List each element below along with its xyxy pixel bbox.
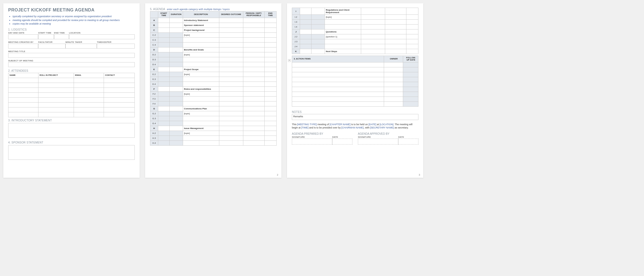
action-row[interactable] — [292, 72, 418, 77]
agenda-row[interactable]: I.4 — [292, 25, 418, 29]
att-col-role: ROLL IN PROJECT — [38, 73, 74, 78]
ag-col-start: START TIME — [158, 11, 169, 18]
agenda-row[interactable]: C.3 — [150, 37, 277, 42]
input-minute[interactable] — [65, 44, 97, 49]
agenda-row[interactable]: G.4 — [150, 121, 277, 126]
remarks-box[interactable]: Remarks — [292, 114, 418, 120]
input-meeting-title[interactable] — [8, 53, 135, 58]
date-box[interactable] — [332, 139, 352, 145]
agenda-row[interactable]: BSponsor statement — [150, 23, 277, 28]
input-subject[interactable] — [8, 62, 135, 67]
agenda-row[interactable]: G.2[topic] — [150, 111, 277, 116]
input-end[interactable] — [54, 34, 69, 39]
agenda-row[interactable]: C.4 — [150, 42, 277, 47]
agenda-row[interactable]: F.4 — [150, 101, 277, 106]
attendee-row[interactable] — [8, 102, 135, 107]
action-row[interactable] — [292, 97, 418, 101]
agenda-row[interactable]: H.2[topic] — [150, 131, 277, 136]
action-header: 3. ACTION ITEMS — [292, 56, 384, 62]
agenda-row[interactable]: C.2[topic] — [150, 32, 277, 37]
agenda-row[interactable]: JQuestions — [292, 29, 418, 34]
attendee-row[interactable] — [8, 107, 135, 112]
agenda-row[interactable]: D.3 — [150, 57, 277, 62]
agenda-row[interactable]: F.2[topic] — [150, 91, 277, 96]
att-col-email: EMAIL — [74, 73, 104, 78]
agenda-row[interactable]: D.2[topic] — [150, 52, 277, 57]
prepared-header: AGENDA PREPARED BY — [292, 132, 352, 135]
agenda-row[interactable]: H.3 — [150, 136, 277, 140]
agenda-row[interactable]: G.3 — [150, 116, 277, 121]
agenda-row[interactable]: D.4 — [150, 62, 277, 67]
ag-col-out: DESIRED OUTCOME — [219, 11, 243, 18]
intro-textarea[interactable] — [8, 123, 135, 138]
action-row[interactable] — [292, 82, 418, 87]
attendee-row[interactable] — [8, 92, 135, 97]
attendee-row[interactable] — [8, 83, 135, 88]
input-timekeeper[interactable] — [97, 44, 135, 49]
note-item: meeting agenda should be compiled and pr… — [13, 19, 135, 22]
agenda-row[interactable]: GCommunications Plan — [150, 106, 277, 111]
attendee-row[interactable] — [8, 78, 135, 83]
attendee-row[interactable] — [8, 112, 135, 117]
doc-notes: typically completed by organization secr… — [8, 15, 135, 26]
input-facilitator[interactable] — [38, 44, 65, 49]
signature-label: SIGNATURE — [358, 136, 398, 139]
agenda-row[interactable]: I.2[topic] — [292, 15, 418, 20]
signature-box[interactable] — [358, 139, 398, 145]
ag-col-resp: PERSON / DEPT. RESPONSIBLE — [243, 11, 265, 18]
agenda-table: START TIME DURATION DESCRIPTION DESIRED … — [150, 11, 277, 146]
input-created[interactable] — [8, 44, 38, 49]
agenda-row[interactable]: I.3 — [292, 20, 418, 25]
label-day-date: DAY AND DATE — [8, 32, 38, 34]
sponsor-textarea[interactable] — [8, 145, 135, 160]
input-location[interactable] — [69, 34, 135, 39]
page-number: 2 — [277, 173, 278, 176]
action-row[interactable] — [292, 62, 418, 67]
page-2: 5. AGENDA enter each agenda category wit… — [145, 3, 281, 178]
input-start[interactable] — [38, 34, 54, 39]
approved-header: AGENDA APPROVED BY — [358, 132, 418, 135]
agenda-row[interactable]: E.3 — [150, 77, 277, 82]
agenda-row[interactable]: DBenefits and Goals — [150, 47, 277, 52]
agenda-row[interactable]: F.3 — [150, 96, 277, 101]
ag-col-blank — [150, 11, 158, 18]
attendees-table: NAME ROLL IN PROJECT EMAIL CONTACT — [8, 73, 135, 117]
agenda-row[interactable]: E.2[topic] — [150, 72, 277, 77]
agenda-row[interactable]: HIssue Management — [150, 126, 277, 131]
signature-box[interactable] — [292, 139, 332, 145]
expand-handle-icon[interactable]: + — [288, 59, 291, 62]
action-col-owner: OWNER — [384, 56, 403, 62]
agenda-row[interactable]: J.3 — [292, 39, 418, 44]
ag-col-desc: DESCRIPTION — [183, 11, 219, 18]
page-number: 3 — [419, 173, 420, 176]
action-row[interactable] — [292, 67, 418, 72]
action-row[interactable] — [292, 92, 418, 97]
agenda-row[interactable]: IRegulations and Client Requirement — [292, 8, 418, 15]
label-facilitator: FACILITATOR — [38, 41, 65, 44]
agenda-row[interactable]: FRoles and responsibilities — [150, 86, 277, 91]
agenda-row[interactable]: J.4 — [292, 44, 418, 49]
label-end: END TIME — [54, 32, 69, 34]
agenda-row[interactable]: E.4 — [150, 82, 277, 86]
agenda-row[interactable]: KNext Steps — [292, 49, 418, 54]
input-day-date[interactable] — [8, 34, 38, 39]
label-location: LOCATION — [69, 32, 135, 34]
ag-col-dur: DURATION — [169, 11, 183, 18]
label-meeting-title: MEETING TITLE — [8, 50, 135, 53]
action-row[interactable] — [292, 87, 418, 92]
agenda-row[interactable]: CProject background — [150, 28, 277, 32]
section-attendees: 2. ATTENDEES — [8, 69, 135, 72]
date-box[interactable] — [398, 139, 418, 145]
agenda-hint: enter each agenda category with multiple… — [167, 8, 230, 11]
attendee-row[interactable] — [8, 88, 135, 92]
agenda-row[interactable]: J.2[question 1] — [292, 34, 418, 39]
action-col-date: FOLLOW-UP DATE — [403, 56, 418, 62]
attendee-row[interactable] — [8, 97, 135, 102]
action-items-table: 3. ACTION ITEMS OWNER FOLLOW-UP DATE — [292, 56, 418, 107]
action-row[interactable] — [292, 77, 418, 82]
action-row[interactable] — [292, 101, 418, 106]
agenda-row[interactable]: H.4 — [150, 140, 277, 145]
agenda-row[interactable]: EProject Scope — [150, 67, 277, 72]
att-col-contact: CONTACT — [104, 73, 135, 78]
agenda-row[interactable]: AIntroductory Statement — [150, 18, 277, 23]
